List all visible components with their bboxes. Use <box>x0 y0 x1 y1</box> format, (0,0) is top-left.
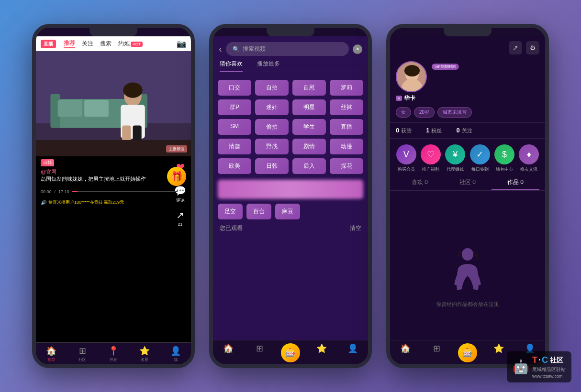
video-area[interactable]: 主播频道 <box>36 51 191 156</box>
tag-15[interactable]: 动漫 <box>330 139 363 154</box>
tag-16[interactable]: 欧美 <box>218 158 251 174</box>
tag-8[interactable]: SM <box>218 119 251 135</box>
back-button[interactable]: ‹ <box>219 44 222 54</box>
community-icon-2: ⊞ <box>256 343 263 354</box>
promote-icon: ♡ <box>421 144 441 164</box>
share-button[interactable]: ↗ 21 <box>176 209 184 227</box>
agent-icon: ¥ <box>445 144 465 164</box>
tab-search[interactable]: 搜索 <box>100 40 112 48</box>
search-bar[interactable]: 🔍 搜索视频 <box>226 42 349 56</box>
empty-text: 你曾经的作品都会放在这里 <box>436 301 499 308</box>
tab-date[interactable]: 约炮HOT <box>118 40 143 48</box>
bottom-nav-2-me[interactable]: 👤 <box>337 343 368 362</box>
watermark-subtitle: 尾域精品区驻站 <box>532 366 566 373</box>
svg-point-9 <box>123 82 143 98</box>
sub-tab-likes[interactable]: 喜欢 0 <box>396 178 444 190</box>
video-progress-bar[interactable] <box>72 191 178 192</box>
search-icon: 🔍 <box>233 46 240 53</box>
sub-tab-works[interactable]: 作品 0 <box>492 178 539 190</box>
tag-10[interactable]: 学生 <box>292 119 326 135</box>
tab-guess-you-like[interactable]: 猜你喜欢 <box>220 60 243 72</box>
stars-icon-2: ⭐ <box>316 343 327 354</box>
camera-icon[interactable]: 📷 <box>177 39 186 48</box>
sub-tab-community[interactable]: 社区 0 <box>444 178 492 190</box>
clear-history-button[interactable]: 清空 <box>350 224 361 232</box>
watermark-c: C <box>542 355 548 365</box>
phone1-header: 直播 推荐 关注 搜索 约炮HOT 📷 <box>36 36 191 51</box>
promote-action[interactable]: ♡ 推广福利 <box>421 144 441 173</box>
daily-sign-action[interactable]: ✓ 每日签到 <box>470 144 490 173</box>
search-placeholder: 搜索视频 <box>243 45 266 53</box>
v-badge: V <box>396 96 402 101</box>
extra-tag-0[interactable]: 足交 <box>218 204 243 219</box>
tab-follow[interactable]: 关注 <box>82 40 93 48</box>
tag-5[interactable]: 迷奸 <box>255 99 289 115</box>
tag-6[interactable]: 明星 <box>292 99 326 115</box>
stat-fans: 1 粉丝 <box>426 127 442 134</box>
bottom-nav-3-coin[interactable]: 🎰 <box>452 343 483 362</box>
home-icon-2: 🏠 <box>223 343 234 354</box>
live-badge: 直播 <box>41 40 56 48</box>
bottom-nav-me[interactable]: 👤 我 <box>160 346 191 362</box>
share-profile-button[interactable]: ↗ <box>509 41 522 54</box>
gender-tag: 女 <box>396 107 411 118</box>
tag-12[interactable]: 情趣 <box>218 139 251 154</box>
stars-icon-3: ⭐ <box>493 343 504 354</box>
avatar[interactable] <box>396 61 427 92</box>
tag-13[interactable]: 野战 <box>255 139 289 154</box>
tab-recommend[interactable]: 推荐 <box>64 39 75 48</box>
home-icon: 🏠 <box>46 346 56 356</box>
gift-button[interactable]: 🎁 <box>167 167 186 186</box>
tag-14[interactable]: 剧情 <box>292 139 326 154</box>
bottom-nav-2-stars[interactable]: ⭐ <box>306 343 337 362</box>
phone-3: ↗ ⚙ <box>386 24 549 368</box>
bottom-nav-2-home[interactable]: 🏠 <box>213 343 244 362</box>
bottom-nav-2-community[interactable]: ⊞ <box>244 343 275 362</box>
tag-1[interactable]: 自拍 <box>255 80 289 96</box>
settings-button[interactable]: ⚙ <box>526 41 539 54</box>
tag-2[interactable]: 自慰 <box>292 80 326 96</box>
bottom-nav-home[interactable]: 🏠 首页 <box>36 346 67 362</box>
profile-tags: 女 20岁 城市未填写 <box>390 107 545 122</box>
wallet-action[interactable]: $ 钱包中心 <box>494 144 514 173</box>
coin-icon-3: 🎰 <box>458 343 477 362</box>
clear-search-button[interactable]: ✕ <box>353 44 362 54</box>
vip-expire-badge: VIP到期时间 <box>432 64 459 70</box>
tab-most-played[interactable]: 播放最多 <box>257 60 280 72</box>
bottom-nav-live[interactable]: 📍 开在 <box>98 346 129 362</box>
friend-action[interactable]: ♦ 撸友交流 <box>519 144 539 173</box>
buy-vip-action[interactable]: V 购买会员 <box>396 144 416 173</box>
tag-3[interactable]: 罗莉 <box>330 80 363 96</box>
video-info: 日韩 @官网 岛国短发韵味妹妹，把男主按地上就开始操作 🎁 <box>36 156 191 186</box>
phone-notch-3 <box>444 28 492 36</box>
tags-grid: 口交 自拍 自慰 罗莉 群P 迷奸 明星 丝袜 SM 偷拍 学生 直播 情趣 野… <box>213 77 368 177</box>
bottom-nav-stars[interactable]: ⭐ 名星 <box>129 346 160 362</box>
svg-rect-5 <box>58 100 82 117</box>
tag-19[interactable]: 探花 <box>330 158 363 174</box>
tag-4[interactable]: 群P <box>218 99 251 115</box>
bottom-nav-2-live[interactable]: 🎰 <box>275 343 306 362</box>
bottom-nav-3-home[interactable]: 🏠 <box>390 343 421 362</box>
tag-18[interactable]: 后入 <box>292 158 326 174</box>
extra-tag-1[interactable]: 百合 <box>246 204 271 219</box>
phone-1: 直播 推荐 关注 搜索 约炮HOT 📷 <box>32 24 195 368</box>
tag-17[interactable]: 日韩 <box>255 158 289 174</box>
progress-bar-area: 00:00 / 17:10 ⬇ <box>36 186 191 197</box>
bottom-nav-3-community[interactable]: ⊞ <box>421 343 452 362</box>
video-thumbnail <box>36 51 191 156</box>
wallet-icon: $ <box>494 144 514 164</box>
agent-action[interactable]: ¥ 代理赚钱 <box>445 144 465 173</box>
tag-0[interactable]: 口交 <box>218 80 251 96</box>
tag-7[interactable]: 丝袜 <box>330 99 363 115</box>
phone-notch-1 <box>89 28 137 36</box>
bottom-nav-community[interactable]: ⊞ 社区 <box>67 346 98 362</box>
tag-11[interactable]: 直播 <box>330 119 363 135</box>
tag-9[interactable]: 偷拍 <box>255 119 289 135</box>
profile-info: V 华卡 VIP到期时间 <box>390 59 545 107</box>
extra-tag-2[interactable]: 麻豆 <box>275 204 300 219</box>
bottom-nav-1: 🏠 首页 ⊞ 社区 📍 开在 ⭐ 名星 👤 我 <box>36 342 191 364</box>
comment-button[interactable]: 💬 评论 <box>174 185 186 204</box>
search-tab-switcher: 猜你喜欢 播放最多 <box>213 60 368 72</box>
action-icons-row: V 购买会员 ♡ 推广福利 ¥ 代理赚钱 ✓ 每日签到 $ 钱包中心 <box>390 139 545 174</box>
age-tag: 20岁 <box>414 107 435 118</box>
